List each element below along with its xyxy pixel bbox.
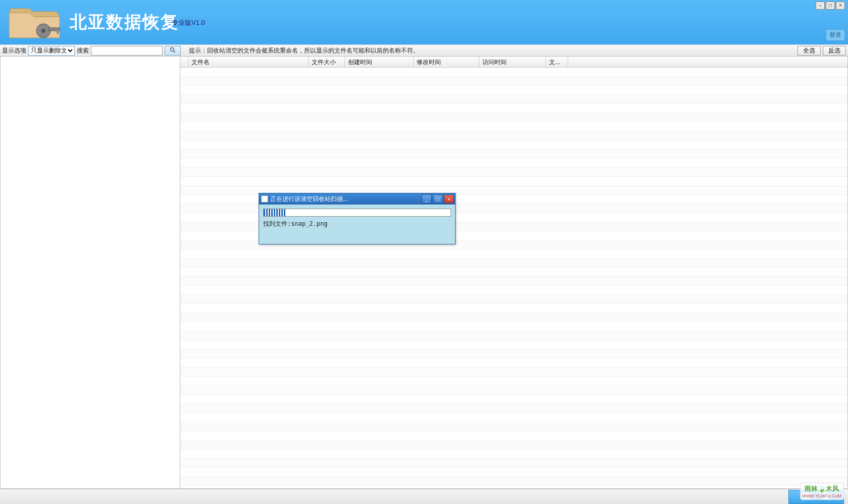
table-row[interactable] xyxy=(180,459,847,468)
dialog-titlebar[interactable]: 正在进行误清空回收站扫描... _ □ × xyxy=(259,193,455,205)
main-area: 文件名 文件大小 创建时间 修改时间 访问时间 文... xyxy=(0,57,848,489)
table-row[interactable] xyxy=(180,313,847,322)
maximize-button[interactable]: □ xyxy=(826,2,835,10)
toolbar-hint: 提示：回收站清空的文件会被系统重命名，所以显示的文件名可能和以前的名称不符。 xyxy=(189,46,419,55)
select-all-button[interactable]: 全选 xyxy=(797,46,821,56)
svg-rect-2 xyxy=(57,28,59,34)
table-body[interactable] xyxy=(180,68,847,488)
table-row[interactable] xyxy=(180,159,847,168)
table-row[interactable] xyxy=(180,349,847,359)
table-row[interactable] xyxy=(180,440,847,449)
tree-panel[interactable] xyxy=(0,57,180,489)
table-row[interactable] xyxy=(180,304,847,313)
table-row[interactable] xyxy=(180,177,847,186)
table-row[interactable] xyxy=(180,449,847,459)
svg-point-3 xyxy=(41,29,45,33)
column-create-time[interactable]: 创建时间 xyxy=(345,57,414,67)
table-row[interactable] xyxy=(180,277,847,286)
table-row[interactable] xyxy=(180,122,847,131)
table-row[interactable] xyxy=(180,77,847,86)
table-row[interactable] xyxy=(180,331,847,340)
table-row[interactable] xyxy=(180,431,847,440)
invert-selection-button[interactable]: 反选 xyxy=(823,46,846,56)
table-row[interactable] xyxy=(180,422,847,431)
dialog-close-button[interactable]: × xyxy=(444,194,454,204)
table-row[interactable] xyxy=(180,386,847,395)
column-filename[interactable]: 文件名 xyxy=(188,57,309,67)
display-option-label: 显示选项 xyxy=(2,46,26,55)
search-icon xyxy=(170,47,176,55)
dialog-body: 找到文件:snap_2.png xyxy=(259,205,455,244)
table-row[interactable] xyxy=(180,413,847,422)
logo-area: 北亚数据恢复 xyxy=(0,3,179,42)
file-list-panel: 文件名 文件大小 创建时间 修改时间 访问时间 文... xyxy=(180,57,848,489)
table-row[interactable] xyxy=(180,168,847,177)
progress-bar xyxy=(263,209,451,217)
table-row[interactable] xyxy=(180,368,847,377)
minimize-button[interactable]: – xyxy=(816,2,825,10)
table-row[interactable] xyxy=(180,359,847,368)
table-row[interactable] xyxy=(180,113,847,122)
scan-progress-dialog: 正在进行误清空回收站扫描... _ □ × 找到文件:snap_2.png xyxy=(259,193,456,244)
table-header: 文件名 文件大小 创建时间 修改时间 访问时间 文... xyxy=(180,57,847,68)
toolbar: 显示选项 只显示删除文件 搜索 提示：回收站清空的文件会被系统重命名，所以显示的… xyxy=(0,44,848,57)
svg-point-4 xyxy=(171,47,174,51)
table-row[interactable] xyxy=(180,140,847,149)
dialog-maximize-button[interactable]: □ xyxy=(433,194,443,204)
dialog-icon xyxy=(261,195,268,203)
table-row[interactable] xyxy=(180,68,847,77)
display-option-select[interactable]: 只显示删除文件 xyxy=(28,46,75,56)
scan-status-text: 找到文件:snap_2.png xyxy=(263,220,451,240)
dialog-title: 正在进行误清空回收站扫描... xyxy=(270,195,422,204)
column-filesize[interactable]: 文件大小 xyxy=(309,57,345,67)
search-label: 搜索 xyxy=(77,46,89,55)
table-row[interactable] xyxy=(180,131,847,140)
app-header: 北亚数据恢复 专业版V1.0 登录 xyxy=(0,0,848,44)
table-row[interactable] xyxy=(180,468,847,477)
table-row[interactable] xyxy=(180,322,847,331)
column-modify-time[interactable]: 修改时间 xyxy=(414,57,479,67)
table-row[interactable] xyxy=(180,404,847,413)
table-row[interactable] xyxy=(180,286,847,295)
search-input[interactable] xyxy=(91,46,163,56)
table-row[interactable] xyxy=(180,104,847,113)
dialog-minimize-button[interactable]: _ xyxy=(422,194,432,204)
progress-fill xyxy=(264,209,286,216)
svg-line-5 xyxy=(174,51,175,53)
dialog-window-controls: _ □ × xyxy=(422,194,455,204)
watermark-title: 雨林🍃木风 xyxy=(803,484,842,493)
table-row[interactable] xyxy=(180,95,847,104)
folder-lock-icon xyxy=(4,3,65,42)
column-ext[interactable]: 文... xyxy=(546,57,568,67)
table-row[interactable] xyxy=(180,259,847,268)
watermark: 雨林🍃木风 WwW.YLMFU.CoM xyxy=(800,483,844,500)
table-row[interactable] xyxy=(180,395,847,404)
watermark-url: WwW.YLMFU.CoM xyxy=(803,493,842,498)
bottom-bar: 恢 复 xyxy=(0,489,848,504)
app-title: 北亚数据恢复 xyxy=(70,11,179,34)
table-row[interactable] xyxy=(180,86,847,95)
table-row[interactable] xyxy=(180,477,847,486)
table-row[interactable] xyxy=(180,268,847,277)
table-row[interactable] xyxy=(180,249,847,259)
column-access-time[interactable]: 访问时间 xyxy=(479,57,546,67)
search-button[interactable] xyxy=(165,46,181,56)
table-row[interactable] xyxy=(180,149,847,159)
table-row[interactable] xyxy=(180,340,847,349)
close-button[interactable]: × xyxy=(836,2,845,10)
login-button[interactable]: 登录 xyxy=(826,29,845,41)
window-controls: – □ × xyxy=(816,2,845,10)
column-checkbox[interactable] xyxy=(180,57,188,67)
table-row[interactable] xyxy=(180,295,847,304)
version-label: 专业版V1.0 xyxy=(172,18,205,27)
table-row[interactable] xyxy=(180,377,847,386)
